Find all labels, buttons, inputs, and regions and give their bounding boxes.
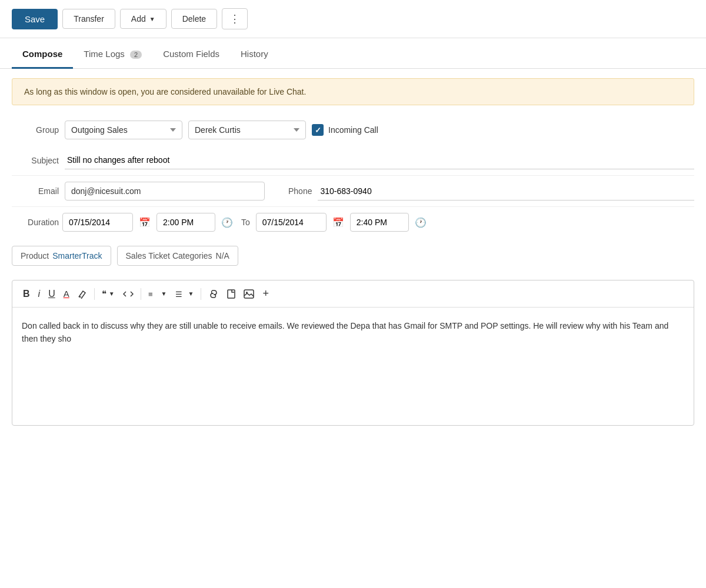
start-time-input[interactable] bbox=[156, 213, 215, 232]
duration-label: Duration bbox=[12, 218, 59, 227]
start-date-calendar-icon[interactable]: 📅 bbox=[136, 215, 153, 230]
end-date-calendar-icon[interactable]: 📅 bbox=[330, 215, 347, 230]
more-options-button[interactable]: ⋮ bbox=[222, 8, 248, 29]
toolbar-divider-2 bbox=[141, 288, 141, 300]
add-button[interactable]: Add ▼ bbox=[120, 9, 166, 29]
ordered-list-button[interactable]: ≡ ▼ bbox=[145, 287, 171, 301]
start-date-input[interactable] bbox=[62, 213, 133, 232]
end-time-clock-icon[interactable]: 🕐 bbox=[412, 215, 429, 230]
product-label: Product bbox=[21, 251, 49, 260]
tab-compose[interactable]: Compose bbox=[12, 41, 73, 69]
underline-button[interactable]: U bbox=[45, 286, 59, 302]
product-row: Product SmarterTrack Sales Ticket Catego… bbox=[12, 238, 694, 274]
group-label: Group bbox=[12, 125, 59, 135]
incoming-call-label: Incoming Call bbox=[328, 125, 378, 135]
svg-text:≡: ≡ bbox=[148, 290, 153, 299]
tab-custom-fields[interactable]: Custom Fields bbox=[152, 41, 230, 69]
start-time-clock-icon[interactable]: 🕐 bbox=[219, 215, 235, 230]
editor-toolbar: B i U A ❝▼ ≡ ▼ ☰ ▼ + bbox=[12, 280, 694, 308]
toolbar-divider-1 bbox=[94, 288, 95, 300]
category-value: N/A bbox=[216, 251, 229, 260]
phone-label: Phone bbox=[288, 186, 312, 196]
time-logs-badge: 2 bbox=[130, 51, 142, 59]
group-select[interactable]: Outgoing Sales bbox=[65, 121, 182, 139]
email-phone-row: Email Phone bbox=[12, 176, 694, 207]
toolbar: Save Transfer Add ▼ Delete ⋮ bbox=[0, 0, 706, 38]
phone-input[interactable] bbox=[318, 182, 694, 201]
category-button[interactable]: Sales Ticket Categories N/A bbox=[117, 246, 238, 266]
live-chat-alert: As long as this window is open, you are … bbox=[12, 78, 694, 105]
plus-button[interactable]: + bbox=[259, 285, 272, 302]
svg-rect-4 bbox=[244, 290, 254, 298]
tab-time-logs[interactable]: Time Logs 2 bbox=[73, 41, 152, 69]
product-value: SmarterTrack bbox=[52, 251, 102, 260]
delete-button[interactable]: Delete bbox=[171, 9, 217, 29]
category-label: Sales Ticket Categories bbox=[126, 251, 212, 260]
end-date-input[interactable] bbox=[256, 213, 327, 232]
end-time-input[interactable] bbox=[350, 213, 409, 232]
incoming-call-checkbox[interactable] bbox=[312, 124, 324, 136]
tab-history[interactable]: History bbox=[230, 41, 279, 69]
svg-text:☰: ☰ bbox=[175, 290, 182, 299]
italic-button[interactable]: i bbox=[35, 286, 44, 302]
link-button[interactable] bbox=[205, 288, 222, 300]
rich-text-editor: B i U A ❝▼ ≡ ▼ ☰ ▼ + Don c bbox=[12, 280, 694, 426]
form-area: Group Outgoing Sales Derek Curtis Incomi… bbox=[0, 115, 706, 274]
editor-body[interactable]: Don called back in to discuss why they a… bbox=[12, 308, 694, 425]
save-button[interactable]: Save bbox=[12, 9, 58, 29]
eraser-button[interactable] bbox=[74, 287, 91, 301]
email-label: Email bbox=[12, 186, 59, 196]
agent-select[interactable]: Derek Curtis bbox=[188, 121, 306, 139]
duration-row: Duration 📅 🕐 To 📅 🕐 bbox=[12, 207, 694, 238]
font-color-button[interactable]: A bbox=[60, 286, 73, 301]
group-row: Group Outgoing Sales Derek Curtis Incomi… bbox=[12, 115, 694, 145]
transfer-button[interactable]: Transfer bbox=[62, 9, 115, 29]
subject-input[interactable] bbox=[65, 151, 694, 169]
blockquote-button[interactable]: ❝▼ bbox=[98, 286, 118, 302]
file-button[interactable] bbox=[224, 287, 239, 301]
product-button[interactable]: Product SmarterTrack bbox=[12, 246, 111, 266]
code-button[interactable] bbox=[119, 287, 137, 301]
toolbar-divider-3 bbox=[201, 288, 201, 300]
email-input[interactable] bbox=[65, 182, 265, 201]
bold-button[interactable]: B bbox=[19, 286, 34, 302]
add-dropdown-arrow: ▼ bbox=[149, 16, 155, 22]
tab-bar: Compose Time Logs 2 Custom Fields Histor… bbox=[0, 41, 706, 69]
subject-row: Subject bbox=[12, 145, 694, 176]
unordered-list-button[interactable]: ☰ ▼ bbox=[172, 287, 198, 301]
subject-label: Subject bbox=[12, 156, 59, 165]
to-label: To bbox=[241, 218, 250, 227]
svg-rect-3 bbox=[228, 290, 235, 298]
incoming-call-checkbox-wrapper[interactable]: Incoming Call bbox=[312, 124, 378, 136]
image-button[interactable] bbox=[240, 287, 258, 301]
